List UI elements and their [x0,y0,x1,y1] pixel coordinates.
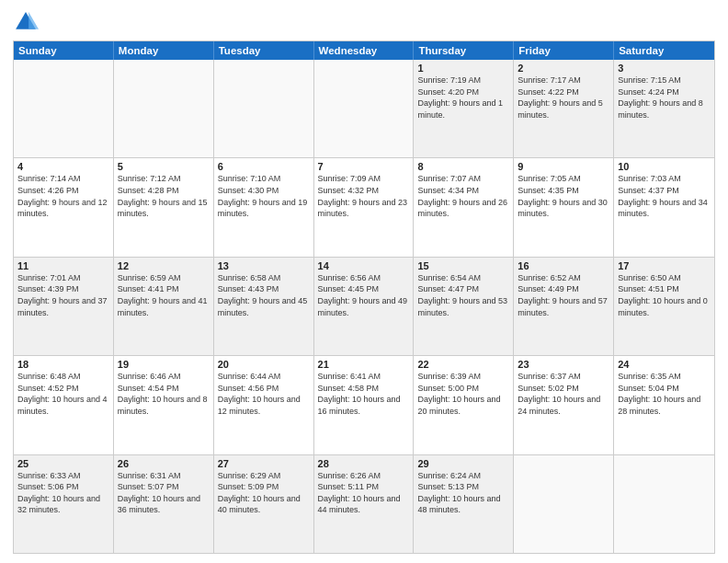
day-info: Sunrise: 6:29 AM Sunset: 5:09 PM Dayligh… [218,470,310,516]
day-number: 20 [218,359,310,370]
calendar-cell: 18Sunrise: 6:48 AM Sunset: 4:52 PM Dayli… [14,356,114,454]
day-number: 25 [17,458,109,469]
calendar-cell: 3Sunrise: 7:15 AM Sunset: 4:24 PM Daylig… [614,60,714,157]
day-number: 12 [118,260,210,271]
calendar-week: 25Sunrise: 6:33 AM Sunset: 5:06 PM Dayli… [14,455,714,553]
day-info: Sunrise: 6:52 AM Sunset: 4:49 PM Dayligh… [518,272,609,318]
day-number: 5 [118,161,210,172]
day-number: 26 [118,458,210,469]
page: SundayMondayTuesdayWednesdayThursdayFrid… [0,0,728,563]
calendar-cell [14,60,114,157]
calendar-cell: 11Sunrise: 7:01 AM Sunset: 4:39 PM Dayli… [14,258,114,355]
day-info: Sunrise: 7:15 AM Sunset: 4:24 PM Dayligh… [618,75,711,121]
day-of-week-header: Wednesday [314,41,415,60]
day-of-week-header: Sunday [14,41,114,60]
day-info: Sunrise: 7:03 AM Sunset: 4:37 PM Dayligh… [618,173,711,219]
calendar-cell: 7Sunrise: 7:09 AM Sunset: 4:32 PM Daylig… [314,158,415,256]
day-number: 7 [318,161,410,172]
day-info: Sunrise: 6:44 AM Sunset: 4:56 PM Dayligh… [218,371,310,417]
day-of-week-header: Thursday [414,41,514,60]
day-number: 24 [618,359,711,370]
calendar-cell: 26Sunrise: 6:31 AM Sunset: 5:07 PM Dayli… [114,455,214,553]
calendar-cell: 23Sunrise: 6:37 AM Sunset: 5:02 PM Dayli… [514,356,614,454]
calendar-cell: 9Sunrise: 7:05 AM Sunset: 4:35 PM Daylig… [514,158,614,256]
calendar-cell [114,60,214,157]
calendar-header: SundayMondayTuesdayWednesdayThursdayFrid… [14,41,714,60]
calendar-week: 11Sunrise: 7:01 AM Sunset: 4:39 PM Dayli… [14,258,714,356]
day-info: Sunrise: 7:10 AM Sunset: 4:30 PM Dayligh… [218,173,310,219]
day-number: 28 [318,458,410,469]
day-info: Sunrise: 7:12 AM Sunset: 4:28 PM Dayligh… [118,173,210,219]
day-info: Sunrise: 7:07 AM Sunset: 4:34 PM Dayligh… [417,173,509,219]
day-number: 11 [17,260,109,271]
calendar-cell: 24Sunrise: 6:35 AM Sunset: 5:04 PM Dayli… [614,356,714,454]
calendar-cell: 25Sunrise: 6:33 AM Sunset: 5:06 PM Dayli… [14,455,114,553]
day-of-week-header: Monday [114,41,214,60]
calendar-cell: 14Sunrise: 6:56 AM Sunset: 4:45 PM Dayli… [314,258,415,355]
header [13,9,715,35]
day-number: 13 [218,260,310,271]
calendar-cell: 10Sunrise: 7:03 AM Sunset: 4:37 PM Dayli… [614,158,714,256]
calendar-cell [614,455,714,553]
day-number: 4 [17,161,109,172]
day-number: 2 [518,63,609,74]
day-info: Sunrise: 6:37 AM Sunset: 5:02 PM Dayligh… [518,371,609,417]
day-number: 22 [417,359,509,370]
day-number: 10 [618,161,711,172]
day-of-week-header: Tuesday [214,41,314,60]
day-info: Sunrise: 7:14 AM Sunset: 4:26 PM Dayligh… [17,173,109,219]
calendar-cell: 16Sunrise: 6:52 AM Sunset: 4:49 PM Dayli… [514,258,614,355]
calendar-cell [514,455,614,553]
day-info: Sunrise: 6:46 AM Sunset: 4:54 PM Dayligh… [118,371,210,417]
day-number: 6 [218,161,310,172]
calendar-week: 18Sunrise: 6:48 AM Sunset: 4:52 PM Dayli… [14,356,714,454]
day-info: Sunrise: 6:26 AM Sunset: 5:11 PM Dayligh… [318,470,410,516]
calendar-cell: 21Sunrise: 6:41 AM Sunset: 4:58 PM Dayli… [314,356,415,454]
day-number: 27 [218,458,310,469]
calendar-cell: 19Sunrise: 6:46 AM Sunset: 4:54 PM Dayli… [114,356,214,454]
day-info: Sunrise: 6:59 AM Sunset: 4:41 PM Dayligh… [118,272,210,318]
day-of-week-header: Friday [514,41,614,60]
day-info: Sunrise: 7:19 AM Sunset: 4:20 PM Dayligh… [417,75,509,121]
calendar-cell: 2Sunrise: 7:17 AM Sunset: 4:22 PM Daylig… [514,60,614,157]
day-number: 19 [118,359,210,370]
calendar-cell: 4Sunrise: 7:14 AM Sunset: 4:26 PM Daylig… [14,158,114,256]
calendar-cell: 29Sunrise: 6:24 AM Sunset: 5:13 PM Dayli… [414,455,514,553]
day-number: 23 [518,359,609,370]
day-number: 14 [318,260,410,271]
day-info: Sunrise: 6:31 AM Sunset: 5:07 PM Dayligh… [118,470,210,516]
day-number: 1 [417,63,509,74]
calendar: SundayMondayTuesdayWednesdayThursdayFrid… [13,40,715,554]
calendar-cell: 22Sunrise: 6:39 AM Sunset: 5:00 PM Dayli… [414,356,514,454]
day-info: Sunrise: 6:50 AM Sunset: 4:51 PM Dayligh… [618,272,711,318]
day-number: 16 [518,260,609,271]
calendar-cell: 27Sunrise: 6:29 AM Sunset: 5:09 PM Dayli… [214,455,314,553]
day-info: Sunrise: 6:39 AM Sunset: 5:00 PM Dayligh… [417,371,509,417]
day-info: Sunrise: 6:35 AM Sunset: 5:04 PM Dayligh… [618,371,711,417]
day-info: Sunrise: 7:05 AM Sunset: 4:35 PM Dayligh… [518,173,609,219]
calendar-cell: 13Sunrise: 6:58 AM Sunset: 4:43 PM Dayli… [214,258,314,355]
calendar-cell: 1Sunrise: 7:19 AM Sunset: 4:20 PM Daylig… [414,60,514,157]
day-info: Sunrise: 7:17 AM Sunset: 4:22 PM Dayligh… [518,75,609,121]
calendar-cell: 6Sunrise: 7:10 AM Sunset: 4:30 PM Daylig… [214,158,314,256]
day-number: 17 [618,260,711,271]
day-info: Sunrise: 6:48 AM Sunset: 4:52 PM Dayligh… [17,371,109,417]
calendar-cell: 20Sunrise: 6:44 AM Sunset: 4:56 PM Dayli… [214,356,314,454]
day-info: Sunrise: 6:41 AM Sunset: 4:58 PM Dayligh… [318,371,410,417]
calendar-cell [314,60,415,157]
calendar-cell: 12Sunrise: 6:59 AM Sunset: 4:41 PM Dayli… [114,258,214,355]
calendar-week: 1Sunrise: 7:19 AM Sunset: 4:20 PM Daylig… [14,60,714,158]
day-number: 18 [17,359,109,370]
logo-icon [13,9,39,35]
day-info: Sunrise: 7:01 AM Sunset: 4:39 PM Dayligh… [17,272,109,318]
calendar-cell: 15Sunrise: 6:54 AM Sunset: 4:47 PM Dayli… [414,258,514,355]
day-number: 29 [417,458,509,469]
day-number: 3 [618,63,711,74]
day-of-week-header: Saturday [614,41,714,60]
day-info: Sunrise: 6:24 AM Sunset: 5:13 PM Dayligh… [417,470,509,516]
day-info: Sunrise: 6:54 AM Sunset: 4:47 PM Dayligh… [417,272,509,318]
day-info: Sunrise: 7:09 AM Sunset: 4:32 PM Dayligh… [318,173,410,219]
day-number: 15 [417,260,509,271]
calendar-cell: 28Sunrise: 6:26 AM Sunset: 5:11 PM Dayli… [314,455,415,553]
day-number: 9 [518,161,609,172]
